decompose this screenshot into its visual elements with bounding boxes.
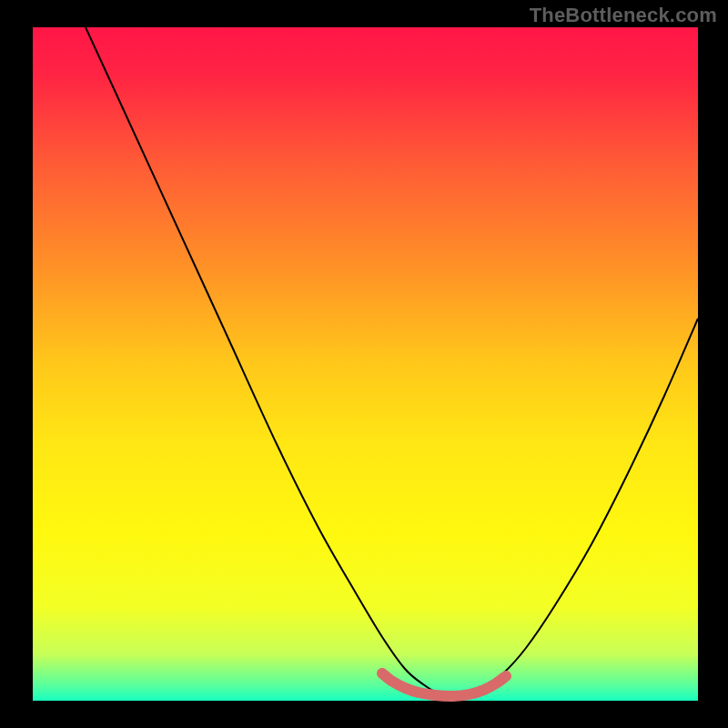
bottleneck-chart: [0, 0, 728, 728]
chart-frame: TheBottleneck.com: [0, 0, 728, 728]
watermark-text: TheBottleneck.com: [530, 4, 717, 27]
